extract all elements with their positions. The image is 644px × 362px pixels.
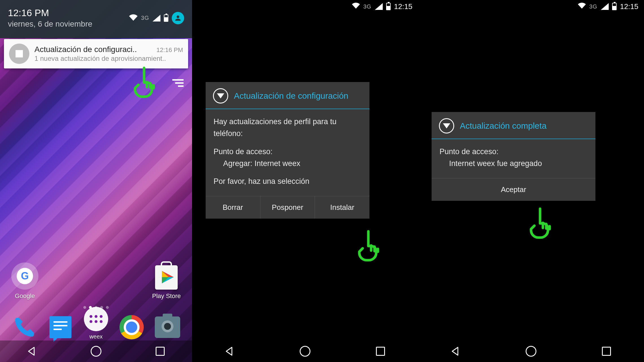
dialog-body: Hay actualizaciones de perfil para tu te… xyxy=(206,109,369,196)
shade-time: 12:16 PM xyxy=(8,7,92,18)
config-update-dialog: Actualización de configuración Hay actua… xyxy=(206,82,369,219)
nav-back-button[interactable] xyxy=(223,345,236,357)
nav-recent-button[interactable] xyxy=(374,345,387,357)
network-type: 3G xyxy=(589,3,597,10)
play-store-label: Play Store xyxy=(152,292,181,300)
chrome-icon xyxy=(119,314,144,340)
nav-recent-button[interactable] xyxy=(600,345,613,357)
accept-button[interactable]: Aceptar xyxy=(487,178,540,201)
signal-icon xyxy=(601,3,609,10)
wifi-icon xyxy=(352,2,360,12)
status-time: 12:15 xyxy=(394,2,412,11)
navigation-bar xyxy=(192,341,418,362)
dialog-title: Actualización completa xyxy=(460,120,547,131)
clear-all-button[interactable] xyxy=(172,79,184,87)
apps-icon xyxy=(83,306,109,332)
all-apps-label: weex xyxy=(90,333,103,340)
shade-date: viernes, 6 de noviembre xyxy=(8,20,92,29)
network-type: 3G xyxy=(363,3,371,10)
ap-label: Punto de acceso: xyxy=(214,147,273,156)
phone-screen-2: 3G 12:15 Actualización de configuración … xyxy=(192,0,418,362)
nav-home-button[interactable] xyxy=(90,345,102,357)
dialog-message-1: Hay actualizaciones de perfil para tu te… xyxy=(214,116,362,140)
download-icon xyxy=(213,88,228,104)
notification-timestamp: 12:16 PM xyxy=(156,46,183,54)
dialog-title: Actualización de configuración xyxy=(234,90,348,101)
signal-icon xyxy=(375,3,383,10)
signal-icon xyxy=(153,15,160,21)
download-icon xyxy=(9,44,29,64)
update-complete-dialog: Actualización completa Punto de acceso: … xyxy=(432,112,595,201)
nav-home-button[interactable] xyxy=(299,345,311,357)
network-type: 3G xyxy=(141,15,149,21)
nav-back-button[interactable] xyxy=(449,345,462,357)
dialog-body: Punto de acceso: Internet weex fue agreg… xyxy=(432,139,595,178)
status-time: 12:15 xyxy=(620,2,638,11)
phone-icon xyxy=(12,314,37,340)
camera-icon xyxy=(155,314,180,340)
dock: weex xyxy=(0,306,192,340)
phone-app[interactable] xyxy=(12,314,37,340)
notification-subtitle: 1 nueva actualización de aprovisionamien… xyxy=(34,55,183,63)
messages-icon xyxy=(48,314,73,340)
google-folder-label: Google xyxy=(15,292,35,300)
postpone-button[interactable]: Posponer xyxy=(260,196,315,219)
ap-label: Punto de acceso: xyxy=(440,147,499,156)
delete-button[interactable]: Borrar xyxy=(206,196,260,219)
camera-app[interactable] xyxy=(155,314,180,340)
battery-icon xyxy=(612,3,617,10)
nav-recent-button[interactable] xyxy=(154,345,166,357)
shade-status-icons: 3G xyxy=(129,12,184,24)
play-store-icon xyxy=(153,262,180,290)
user-avatar-icon[interactable] xyxy=(172,12,184,24)
home-row: G Google Play Store xyxy=(0,262,192,300)
all-apps-button[interactable]: weex xyxy=(83,306,109,340)
notification-title: Actualización de configuraci.. xyxy=(34,45,137,54)
phone-screen-3: 3G 12:15 Actualización completa Punto de… xyxy=(418,0,644,362)
status-bar: 3G 12:15 xyxy=(418,0,644,13)
phone-screen-1: 12:16 PM viernes, 6 de noviembre 3G Actu… xyxy=(0,0,192,362)
messages-app[interactable] xyxy=(48,314,73,340)
google-folder[interactable]: G Google xyxy=(11,262,38,300)
notification-shade[interactable]: 12:16 PM viernes, 6 de noviembre 3G xyxy=(0,0,192,38)
pointer-hand-icon xyxy=(358,229,383,263)
chrome-app[interactable] xyxy=(119,314,144,340)
navigation-bar xyxy=(418,341,644,362)
status-bar: 3G 12:15 xyxy=(192,0,418,13)
nav-back-button[interactable] xyxy=(26,345,38,357)
navigation-bar xyxy=(0,341,192,362)
ap-result: Internet weex fue agregado xyxy=(440,158,588,170)
install-button[interactable]: Instalar xyxy=(315,196,369,219)
notification-card[interactable]: Actualización de configuraci.. 12:16 PM … xyxy=(4,39,188,68)
dialog-prompt: Por favor, haz una selección xyxy=(214,176,362,188)
wifi-icon xyxy=(578,2,586,12)
battery-icon xyxy=(386,3,391,10)
nav-home-button[interactable] xyxy=(525,345,537,357)
pointer-hand-icon xyxy=(529,206,555,240)
battery-icon xyxy=(164,14,168,22)
ap-action: Agregar: Internet weex xyxy=(214,158,362,170)
wifi-icon xyxy=(129,13,138,23)
download-icon xyxy=(439,118,454,133)
play-store-app[interactable]: Play Store xyxy=(152,262,181,300)
